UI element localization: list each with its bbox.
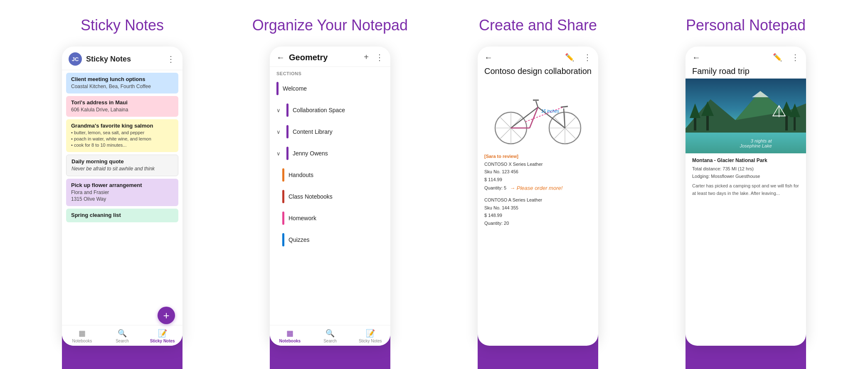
notebooks-icon: ▦ <box>79 329 86 338</box>
sticky-note-1[interactable]: Client meeting lunch options Coastal Kit… <box>66 73 178 93</box>
add-section-icon[interactable]: + <box>364 52 369 62</box>
svg-line-16 <box>564 108 565 128</box>
section-bar-class <box>282 190 284 203</box>
section-personal: Personal Notepad ← ✏️ ⋮ Family road trip <box>642 0 850 369</box>
note-4-body: Never be afraid to sit awhile and think <box>72 165 173 172</box>
section-name-handouts: Handouts <box>289 172 313 178</box>
personal-header: ← ✏️ ⋮ <box>686 47 806 66</box>
svg-rect-27 <box>694 116 696 130</box>
fab-add-button[interactable]: + <box>158 307 175 324</box>
more-options-personal[interactable]: ⋮ <box>791 52 799 62</box>
edit-icon-personal[interactable]: ✏️ <box>773 53 782 62</box>
product1-sku: Sku No. 123 456 <box>484 168 592 176</box>
sticky-note-4[interactable]: Daily morning quote Never be afraid to s… <box>66 155 178 176</box>
note-3-title: Grandma's favorite king salmon <box>71 123 173 129</box>
svg-line-14 <box>536 101 538 107</box>
sticky-notes-list: Client meeting lunch options Coastal Kit… <box>62 70 182 325</box>
svg-rect-29 <box>706 114 709 130</box>
back-arrow-personal[interactable]: ← <box>692 53 700 62</box>
note-2-body: 606 Kalula Drive, Lahaina <box>71 106 173 113</box>
bike-sketch-container: 15 inches <box>488 80 588 148</box>
back-arrow-icon[interactable]: ← <box>276 53 285 62</box>
svg-text:15 inches: 15 inches <box>541 109 559 113</box>
phone-mockup-sticky: JC Sticky Notes ⋮ Client meeting lunch o… <box>62 47 182 346</box>
section-name-quizzes: Quizzes <box>289 236 310 243</box>
section-collaboration[interactable]: ∨ Collaboration Space <box>270 99 390 121</box>
please-order-annotation: → Please order more! <box>510 184 562 193</box>
nav-search-label: Search <box>116 339 129 343</box>
phone-mockup-create: ← ✏️ ⋮ Contoso design collaboration <box>478 47 598 346</box>
nav-sticky-notes[interactable]: 📝 Sticky Notes <box>142 329 182 343</box>
trip-details: Total distance: 735 MI (12 hrs) Lodging:… <box>692 165 799 180</box>
section-welcome[interactable]: Welcome <box>270 78 390 99</box>
note-3-body: • butter, lemon, sea salt, and pepper • … <box>71 130 173 149</box>
bottom-nav-sticky: ▦ Notebooks 🔍 Search 📝 Sticky Notes <box>62 325 182 346</box>
edit-icon-create[interactable]: ✏️ <box>565 53 574 62</box>
nav-sticky-org[interactable]: 📝 Sticky Notes <box>350 329 390 343</box>
section-content-library[interactable]: ∨ Content Library <box>270 121 390 143</box>
section-name-class: Class Notebooks <box>289 193 333 200</box>
nav-sticky-label: Sticky Notes <box>150 339 175 343</box>
svg-rect-33 <box>794 116 796 130</box>
search-icon-org: 🔍 <box>326 329 335 338</box>
sticky-note-5[interactable]: Pick up flower arrangement Flora and Fra… <box>66 179 178 207</box>
note-1-title: Client meeting lunch options <box>71 76 173 82</box>
sticky-notes-header: JC Sticky Notes ⋮ <box>62 47 182 70</box>
section-homework[interactable]: Homework <box>270 207 390 229</box>
phone-mockup-personal: ← ✏️ ⋮ Family road trip <box>686 47 806 346</box>
section-jenny[interactable]: ∨ Jenny Owens <box>270 143 390 164</box>
section-name-welcome: Welcome <box>283 85 307 92</box>
nav-notebooks-org[interactable]: ▦ Notebooks <box>270 329 310 343</box>
svg-line-17 <box>561 106 568 107</box>
note-4-title: Daily morning quote <box>72 158 173 165</box>
sticky-notes-title: Sticky Notes <box>86 55 163 64</box>
sticky-icon-org: 📝 <box>366 329 375 338</box>
sticky-note-2[interactable]: Tori's address in Maui 606 Kalula Drive,… <box>66 96 178 117</box>
phone-container-personal: ← ✏️ ⋮ Family road trip <box>686 47 806 369</box>
product1-price: $ 114.99 <box>484 176 592 184</box>
section-title-create: Create and Share <box>479 17 597 34</box>
nav-search[interactable]: 🔍 Search <box>102 329 143 343</box>
product-info-section: [Sara to review] CONTOSO X Series Leathe… <box>478 153 598 227</box>
collab-header: ← ✏️ ⋮ <box>478 47 598 66</box>
more-options-icon-2[interactable]: ⋮ <box>375 52 384 62</box>
sticky-note-6[interactable]: Spring cleaning list <box>66 209 178 222</box>
product1-quantity-row: Quantity: 5 → Please order more! <box>484 184 592 193</box>
back-arrow-create[interactable]: ← <box>484 53 493 62</box>
svg-rect-31 <box>785 114 788 130</box>
personal-notebook-title: Family road trip <box>686 66 806 79</box>
section-name-collab: Collaboration Space <box>293 107 345 113</box>
page-wrapper: Sticky Notes JC Sticky Notes ⋮ Client me… <box>0 0 868 369</box>
section-organize: Organize Your Notepad ← Geometry + ⋮ SEC… <box>226 0 434 369</box>
phone-container-create: ← ✏️ ⋮ Contoso design collaboration <box>478 47 598 369</box>
more-options-create[interactable]: ⋮ <box>583 52 592 62</box>
sticky-note-3[interactable]: Grandma's favorite king salmon • butter,… <box>66 119 178 152</box>
section-bar-homework <box>282 212 284 225</box>
phone-container-organize: ← Geometry + ⋮ SECTIONS Welcome ∨ Col <box>270 47 390 369</box>
review-label: [Sara to review] <box>484 153 592 160</box>
section-bar-handouts <box>282 168 284 182</box>
section-bar-quizzes <box>282 233 284 246</box>
section-name-homework: Homework <box>289 215 316 221</box>
section-sticky-notes: Sticky Notes JC Sticky Notes ⋮ Client me… <box>18 0 226 369</box>
section-class-notebooks[interactable]: Class Notebooks <box>270 186 390 207</box>
section-quizzes[interactable]: Quizzes <box>270 229 390 251</box>
section-title-personal: Personal Notepad <box>686 17 806 34</box>
nav-search-org[interactable]: 🔍 Search <box>310 329 350 343</box>
section-bar-collab <box>286 103 289 117</box>
nav-notebooks[interactable]: ▦ Notebooks <box>62 329 102 343</box>
product2-name: CONTOSO A Series Leather <box>484 196 592 204</box>
notebook-actions: + ⋮ <box>364 52 384 62</box>
section-bar-welcome <box>276 82 279 95</box>
nav-sticky-label-org: Sticky Notes <box>359 339 382 343</box>
nav-notebooks-label-org: Notebooks <box>279 339 301 343</box>
section-handouts[interactable]: Handouts <box>270 164 390 186</box>
nav-search-label-org: Search <box>323 339 337 343</box>
notebooks-icon-org: ▦ <box>286 329 293 338</box>
trip-image: 3 nights at Josephine Lake <box>686 79 806 153</box>
notebook-header: ← Geometry + ⋮ <box>270 47 390 67</box>
section-create-share: Create and Share ← ✏️ ⋮ Contoso design c… <box>434 0 642 369</box>
more-options-icon[interactable]: ⋮ <box>167 54 176 64</box>
location-title: Montana - Glacier National Park <box>692 157 799 165</box>
product2-sku: Sku No. 144 355 <box>484 204 592 212</box>
